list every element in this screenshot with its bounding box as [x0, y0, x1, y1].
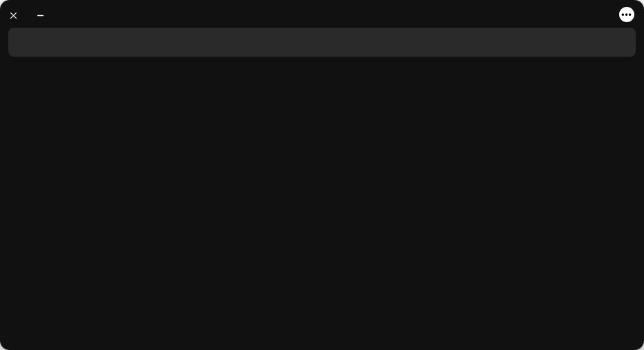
titlebar: ••• [6, 4, 638, 28]
minimize-icon[interactable] [37, 10, 44, 19]
suggestions-bar [8, 28, 636, 57]
more-icon[interactable]: ••• [619, 7, 634, 22]
keyboard-window: ••• [0, 0, 644, 350]
close-icon[interactable] [10, 10, 17, 19]
